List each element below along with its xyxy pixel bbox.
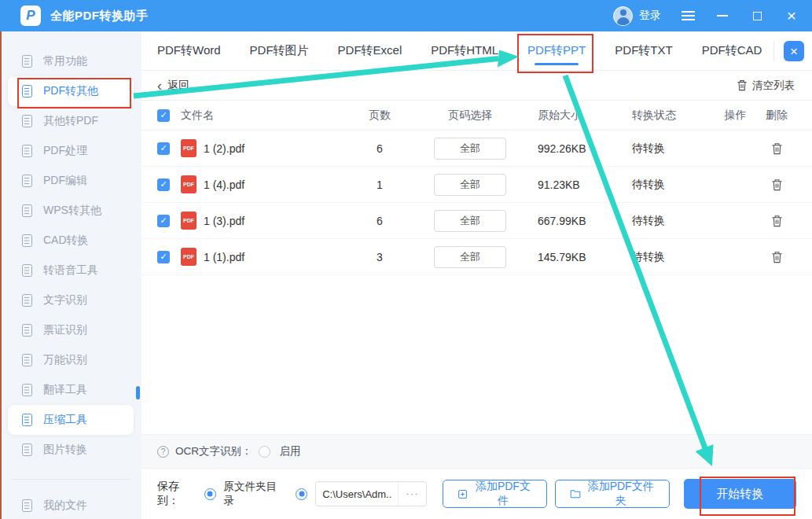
sidebar-item-label: 转语音工具 (43, 263, 98, 278)
delete-row-button[interactable] (771, 251, 783, 263)
minimize-icon (717, 15, 728, 17)
sidebar-item-image-convert[interactable]: 图片转换 (8, 435, 134, 465)
page-count: 6 (352, 215, 407, 227)
pdf-edit-icon (22, 175, 32, 187)
tab-pdf-to-ppt[interactable]: PDF转PPT (527, 32, 586, 69)
table-row: PDF 1 (4).pdf 1 全部 91.23KB 待转换 (141, 167, 812, 203)
page-count: 3 (352, 251, 407, 263)
pdf-file-icon: PDF (181, 212, 197, 230)
sidebar-item-wps-to-other[interactable]: WPS转其他 (8, 196, 134, 226)
sidebar-item-label: PDF转其他 (43, 84, 98, 98)
sidebar-item-my-files[interactable]: 我的文件 (8, 491, 134, 519)
page-select-button[interactable]: 全部 (434, 246, 506, 268)
ocr-enable-radio[interactable] (259, 446, 270, 458)
other-to-pdf-icon (22, 115, 32, 127)
sidebar: 常用功能 PDF转其他 其他转PDF PDF处理 PDF编辑 WPS转其他 CA… (0, 31, 141, 519)
sidebar-item-ticket-ocr[interactable]: 票证识别 (8, 315, 134, 345)
menu-button[interactable] (680, 8, 696, 24)
filename: 1 (1).pdf (204, 251, 244, 263)
close-button[interactable] (784, 8, 799, 24)
convert-status: 待转换 (627, 178, 714, 192)
sidebar-scrollbar-thumb[interactable] (136, 386, 140, 399)
sidebar-item-to-audio[interactable]: 转语音工具 (8, 256, 134, 285)
login-button[interactable]: 登录 (639, 9, 661, 23)
sidebar-item-label: 翻译工具 (43, 383, 87, 397)
filename: 1 (3).pdf (204, 215, 244, 227)
table-row: PDF 1 (2).pdf 6 全部 992.26KB 待转换 (141, 131, 812, 167)
add-pdf-files-label: 添加PDF文件 (474, 480, 532, 508)
select-all-checkbox[interactable] (157, 109, 170, 122)
common-functions-icon (22, 55, 32, 68)
start-convert-button[interactable]: 开始转换 (684, 479, 796, 509)
add-pdf-folder-label: 添加PDF文件夹 (587, 480, 655, 508)
tab-pdf-to-html[interactable]: PDF转HTML (431, 32, 498, 69)
delete-row-button[interactable] (771, 215, 783, 227)
header-pages: 页数 (352, 109, 407, 123)
sidebar-item-translate[interactable]: 翻译工具 (8, 375, 134, 405)
save-custom-dir-radio[interactable] (296, 488, 307, 500)
pdf-file-icon: PDF (181, 175, 197, 193)
folder-icon (570, 488, 581, 499)
sidebar-item-cad-convert[interactable]: CAD转换 (8, 226, 134, 256)
maximize-icon (753, 12, 762, 20)
ticket-ocr-icon (22, 324, 32, 337)
save-path-input[interactable] (316, 488, 398, 500)
browse-path-button[interactable]: ··· (398, 482, 426, 506)
clear-list-button[interactable]: 清空列表 (737, 79, 795, 93)
page-select-button[interactable]: 全部 (434, 210, 506, 232)
delete-row-button[interactable] (771, 142, 783, 155)
tab-pdf-to-cad[interactable]: PDF转CAD (702, 32, 762, 69)
row-checkbox[interactable] (157, 142, 170, 155)
table-empty-area (141, 275, 812, 434)
sidebar-item-universal-ocr[interactable]: 万能识别 (8, 345, 134, 375)
hamburger-icon (682, 15, 695, 17)
tab-pdf-to-word[interactable]: PDF转Word (157, 32, 221, 69)
header-status: 转换状态 (627, 109, 714, 123)
clear-list-label: 清空列表 (752, 79, 795, 93)
sidebar-item-pdf-edit[interactable]: PDF编辑 (8, 166, 134, 196)
sidebar-item-common-functions[interactable]: 常用功能 (8, 46, 134, 76)
sidebar-item-pdf-to-other[interactable]: PDF转其他 (8, 76, 134, 106)
help-icon[interactable] (157, 446, 169, 458)
add-file-icon (457, 488, 468, 500)
minimize-button[interactable] (715, 8, 730, 24)
sidebar-item-label: 票证识别 (43, 323, 87, 337)
row-checkbox[interactable] (157, 215, 170, 227)
filename: 1 (4).pdf (204, 179, 244, 191)
delete-row-button[interactable] (771, 179, 783, 191)
my-files-icon (22, 499, 32, 512)
sidebar-item-other-to-pdf[interactable]: 其他转PDF (8, 106, 134, 136)
pdf-to-other-icon (22, 85, 32, 98)
translate-icon (22, 384, 32, 396)
maximize-button[interactable] (749, 8, 765, 24)
ocr-panel: OCR文字识别： 启用 (141, 434, 812, 469)
page-select-button[interactable]: 全部 (434, 174, 506, 196)
convert-status: 待转换 (627, 214, 714, 228)
app-logo-icon: P (20, 6, 41, 26)
tab-pdf-to-excel[interactable]: PDF转Excel (338, 32, 402, 69)
sidebar-item-pdf-process[interactable]: PDF处理 (8, 136, 134, 166)
sidebar-item-text-ocr[interactable]: 文字识别 (8, 285, 134, 315)
sidebar-item-compress[interactable]: 压缩工具 (8, 405, 134, 435)
add-pdf-files-button[interactable]: 添加PDF文件 (443, 480, 547, 508)
user-avatar[interactable] (613, 6, 633, 26)
sidebar-item-label: 万能识别 (43, 353, 87, 367)
file-size: 91.23KB (533, 179, 627, 191)
compress-icon (22, 414, 32, 426)
add-pdf-folder-button[interactable]: 添加PDF文件夹 (555, 480, 670, 508)
row-checkbox[interactable] (157, 251, 170, 263)
pdf-file-icon: PDF (181, 139, 197, 157)
file-size: 667.99KB (533, 215, 627, 227)
wps-to-other-icon (22, 204, 32, 217)
tab-pdf-to-txt[interactable]: PDF转TXT (615, 32, 672, 69)
sidebar-item-label: 压缩工具 (43, 413, 87, 427)
back-button[interactable]: 返回 (157, 79, 189, 93)
convert-status: 待转换 (627, 250, 714, 264)
save-to-label: 保存到： (157, 480, 197, 508)
tab-pdf-to-image[interactable]: PDF转图片 (250, 32, 309, 69)
tabbar-close-button[interactable] (784, 41, 804, 61)
save-original-dir-radio[interactable] (204, 488, 216, 500)
page-select-button[interactable]: 全部 (434, 138, 506, 160)
sidebar-item-label: WPS转其他 (43, 204, 101, 218)
row-checkbox[interactable] (157, 179, 170, 191)
